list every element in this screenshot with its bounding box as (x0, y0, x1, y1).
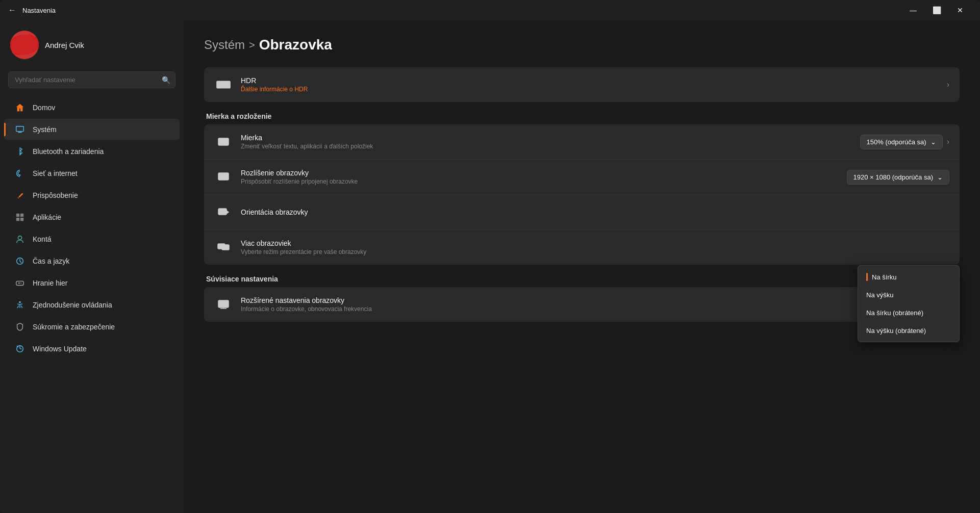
resolution-card[interactable]: Rozlíšenie obrazovky Prispôsobiť rozlíše… (204, 160, 960, 195)
hdr-icon: HDR (214, 75, 233, 94)
sidebar-item-personalize[interactable]: Prispôsobenie (4, 185, 180, 206)
svg-rect-5 (16, 218, 19, 221)
scale-action: 150% (odporúča sa) ⌄ › (860, 135, 949, 149)
orientation-option-landscape-flipped[interactable]: Na šírku (obrátené) (858, 304, 959, 322)
sidebar-item-gaming[interactable]: Hranie hier (4, 272, 180, 294)
scale-title: Mierka (241, 134, 852, 142)
sidebar-item-system[interactable]: Systém (4, 119, 180, 140)
nav-label-apps: Aplikácie (33, 213, 61, 221)
main-content: Systém > Obrazovka HDR HDR Ďalšie inform… (184, 20, 980, 513)
hdr-group: HDR HDR Ďalšie informácie o HDR › (204, 67, 960, 102)
multiple-title: Viac obrazoviek (241, 239, 949, 247)
resolution-content: Rozlíšenie obrazovky Prispôsobiť rozlíše… (241, 169, 839, 185)
resolution-action: 1920 × 1080 (odporúča sa) ⌄ (847, 170, 949, 185)
advanced-icon (214, 295, 233, 314)
personalize-icon (14, 190, 26, 201)
svg-rect-0 (16, 126, 23, 132)
scale-icon (214, 133, 233, 151)
update-icon (14, 343, 26, 354)
close-button[interactable]: ✕ (948, 2, 972, 18)
breadcrumb: Systém > Obrazovka (204, 37, 960, 53)
sidebar-item-time[interactable]: Čas a jazyk (4, 250, 180, 272)
network-icon (14, 168, 26, 179)
svg-rect-20 (222, 245, 229, 250)
resolution-dropdown[interactable]: 1920 × 1080 (odporúča sa) ⌄ (847, 170, 949, 185)
section-related-label: Súvisiace nastavenia (204, 275, 960, 283)
advanced-content: Rozšírené nastavenia obrazovky Informáci… (241, 296, 939, 313)
sidebar-item-bluetooth[interactable]: Bluetooth a zariadenia (4, 141, 180, 162)
bluetooth-icon (14, 146, 26, 157)
search-icon: 🔍 (162, 76, 170, 84)
scale-dropdown-icon: ⌄ (931, 138, 936, 146)
settings-window: ← Nastavenia — ⬜ ✕ Andrej Cvik 🔍 (0, 0, 980, 513)
resolution-title: Rozlíšenie obrazovky (241, 169, 839, 177)
svg-point-2 (19, 174, 21, 176)
multiple-content: Viac obrazoviek Vyberte režim prezentáci… (241, 239, 949, 255)
advanced-title: Rozšírené nastavenia obrazovky (241, 296, 939, 304)
back-button[interactable]: ← (8, 6, 16, 15)
sidebar-item-privacy[interactable]: Súkromie a zabezpečenie (4, 316, 180, 338)
orientation-dropdown: Na šírku Na výšku Na šírku (obrátené) Na… (858, 265, 960, 342)
svg-rect-6 (20, 218, 23, 221)
nav-label-time: Čas a jazyk (33, 257, 69, 265)
avatar (10, 31, 39, 59)
search-input[interactable] (8, 71, 175, 88)
hdr-card[interactable]: HDR HDR Ďalšie informácie o HDR › (204, 67, 960, 102)
hdr-action: › (947, 80, 949, 89)
sidebar-item-accessibility[interactable]: Zjednodušenie ovládania (4, 294, 180, 316)
resolution-value: 1920 × 1080 (odporúča sa) (853, 173, 933, 181)
username: Andrej Cvik (45, 41, 84, 49)
breadcrumb-separator: > (249, 39, 255, 51)
sidebar-item-apps[interactable]: Aplikácie (4, 207, 180, 228)
svg-rect-17 (220, 174, 227, 178)
orientation-card[interactable]: Orientácia obrazovky (204, 195, 960, 230)
gaming-icon (14, 277, 26, 289)
resolution-icon (214, 168, 233, 186)
svg-rect-18 (218, 209, 227, 215)
orientation-option-landscape[interactable]: Na šírku (858, 268, 959, 286)
orientation-icon (214, 203, 233, 221)
sidebar: Andrej Cvik 🔍 Domov (0, 20, 184, 513)
nav-label-home: Domov (33, 104, 55, 112)
nav-menu: Domov Systém Bluetooth a zariadenia (0, 96, 184, 360)
resolution-dropdown-icon: ⌄ (937, 173, 943, 181)
nav-label-network: Sieť a internet (33, 169, 78, 177)
sidebar-item-network[interactable]: Sieť a internet (4, 163, 180, 184)
maximize-button[interactable]: ⬜ (925, 2, 948, 18)
multiple-monitors-card[interactable]: Viac obrazoviek Vyberte režim prezentáci… (204, 230, 960, 265)
home-icon (14, 102, 26, 113)
scale-card[interactable]: Mierka Zmeniť veľkosť textu, aplikácií a… (204, 124, 960, 160)
multiple-monitors-icon (214, 238, 233, 256)
accessibility-icon (14, 299, 26, 311)
nav-label-update: Windows Update (33, 345, 87, 353)
hdr-subtitle: Ďalšie informácie o HDR (241, 86, 939, 93)
nav-label-personalize: Prispôsobenie (33, 191, 78, 199)
nav-label-accessibility: Zjednodušenie ovládania (33, 301, 112, 309)
svg-point-10 (19, 301, 21, 303)
orientation-content: Orientácia obrazovky (241, 208, 949, 216)
orientation-option-portrait[interactable]: Na výšku (858, 286, 959, 304)
orientation-option-portrait-flipped-label: Na výšku (obrátené) (866, 327, 926, 335)
nav-label-bluetooth: Bluetooth a zariadenia (33, 147, 104, 156)
minimize-button[interactable]: — (901, 2, 925, 18)
selected-indicator (866, 273, 868, 281)
section-scale-label: Mierka a rozloženie (204, 112, 960, 120)
titlebar-controls: — ⬜ ✕ (901, 2, 972, 18)
apps-icon (14, 212, 26, 223)
nav-label-privacy: Súkromie a zabezpečenie (33, 323, 115, 331)
scale-dropdown[interactable]: 150% (odporúča sa) ⌄ (860, 135, 943, 149)
user-section: Andrej Cvik (0, 20, 184, 67)
scale-chevron-icon: › (947, 137, 949, 146)
scale-value: 150% (odporúča sa) (867, 138, 926, 146)
sidebar-item-accounts[interactable]: Kontá (4, 228, 180, 250)
breadcrumb-current: Obrazovka (259, 37, 332, 53)
nav-label-accounts: Kontá (33, 235, 52, 243)
sidebar-item-update[interactable]: Windows Update (4, 338, 180, 360)
advanced-card[interactable]: Rozšírené nastavenia obrazovky Informáci… (204, 287, 960, 322)
orientation-option-portrait-flipped[interactable]: Na výšku (obrátené) (858, 322, 959, 340)
svg-text:HDR: HDR (218, 83, 225, 87)
system-icon (14, 124, 26, 135)
sidebar-item-home[interactable]: Domov (4, 97, 180, 118)
hdr-chevron-icon: › (947, 80, 949, 89)
orientation-title: Orientácia obrazovky (241, 208, 949, 216)
